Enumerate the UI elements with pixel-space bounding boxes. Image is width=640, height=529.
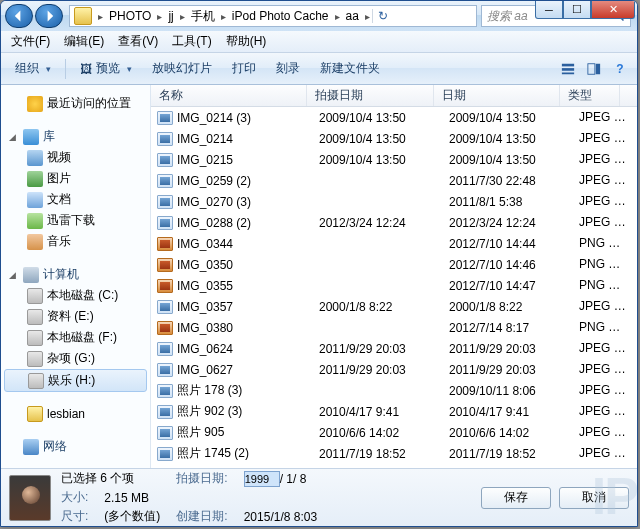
file-list[interactable]: IMG_0214 (3)2009/10/4 13:502009/10/4 13:… (151, 107, 637, 468)
table-row[interactable]: IMG_03552012/7/10 14:47PNG 图像 (151, 275, 637, 296)
file-name: 照片 905 (177, 424, 224, 441)
preview-button[interactable]: 🖼预览 (72, 57, 140, 80)
lesbian-folder[interactable]: lesbian (1, 404, 150, 424)
table-row[interactable]: IMG_06242011/9/29 20:032011/9/29 20:03JP… (151, 338, 637, 359)
library-header[interactable]: ◢库 (1, 126, 150, 147)
table-row[interactable]: IMG_03502012/7/10 14:46PNG 图像 (151, 254, 637, 275)
table-row[interactable]: IMG_02152009/10/4 13:502009/10/4 13:50JP… (151, 149, 637, 170)
file-date: 2010/4/17 9:41 (441, 405, 571, 419)
view-mode-button[interactable] (557, 58, 579, 80)
burn-button[interactable]: 刻录 (268, 57, 308, 80)
table-row[interactable]: IMG_03802012/7/14 8:17PNG 图像 (151, 317, 637, 338)
table-row[interactable]: 照片 9052010/6/6 14:022010/6/6 14:02JPEG 图… (151, 422, 637, 443)
nav-item[interactable]: 娱乐 (H:) (4, 369, 147, 392)
menu-file[interactable]: 文件(F) (5, 31, 56, 52)
nav-item[interactable]: 杂项 (G:) (1, 348, 150, 369)
breadcrumb-segment[interactable]: iPod Photo Cache (228, 9, 333, 23)
file-type: JPEG 图像 (571, 214, 637, 231)
nav-item[interactable]: 图片 (1, 168, 150, 189)
breadcrumb-segment[interactable]: jj (164, 9, 177, 23)
file-name: IMG_0627 (177, 363, 233, 377)
help-icon[interactable]: ? (609, 58, 631, 80)
image-file-icon (157, 300, 173, 314)
save-button[interactable]: 保存 (481, 487, 551, 509)
navigation-pane[interactable]: 最近访问的位置 ◢库 视频图片文档迅雷下载音乐 ◢计算机 本地磁盘 (C:)资料… (1, 85, 151, 468)
image-file-icon (157, 111, 173, 125)
columns-header: 名称 拍摄日期 日期 类型 (151, 85, 637, 107)
table-row[interactable]: IMG_03572000/1/8 8:222000/1/8 8:22JPEG 图… (151, 296, 637, 317)
network-header[interactable]: 网络 (1, 436, 150, 457)
menu-edit[interactable]: 编辑(E) (58, 31, 110, 52)
breadcrumb-segment[interactable]: aa (342, 9, 363, 23)
file-name: IMG_0355 (177, 279, 233, 293)
print-button[interactable]: 打印 (224, 57, 264, 80)
file-name: IMG_0624 (177, 342, 233, 356)
column-type[interactable]: 类型 (560, 85, 620, 106)
file-date: 2011/7/30 22:48 (441, 174, 571, 188)
refresh-icon[interactable]: ↻ (372, 9, 394, 23)
nav-item[interactable]: 音乐 (1, 231, 150, 252)
file-name: IMG_0357 (177, 300, 233, 314)
menu-view[interactable]: 查看(V) (112, 31, 164, 52)
forward-button[interactable] (35, 4, 63, 28)
file-type: JPEG 图像 (571, 424, 637, 441)
titlebar: ─ ☐ ✕ ▸PHOTO▸jj▸手机▸iPod Photo Cache▸aa▸ … (1, 1, 637, 31)
table-row[interactable]: IMG_06272011/9/29 20:032011/9/29 20:03JP… (151, 359, 637, 380)
menu-help[interactable]: 帮助(H) (220, 31, 273, 52)
table-row[interactable]: IMG_0270 (3)2011/8/1 5:38JPEG 图像 (151, 191, 637, 212)
breadcrumb-segment[interactable]: 手机 (187, 8, 219, 25)
menu-tools[interactable]: 工具(T) (166, 31, 217, 52)
table-row[interactable]: IMG_0259 (2)2011/7/30 22:48JPEG 图像 (151, 170, 637, 191)
shotdate-year-input[interactable] (244, 471, 280, 487)
computer-header[interactable]: ◢计算机 (1, 264, 150, 285)
breadcrumb-segment[interactable]: PHOTO (105, 9, 155, 23)
preview-pane-button[interactable] (583, 58, 605, 80)
table-row[interactable]: IMG_0214 (3)2009/10/4 13:502009/10/4 13:… (151, 107, 637, 128)
image-file-icon (157, 342, 173, 356)
back-button[interactable] (5, 4, 33, 28)
nav-item[interactable]: 视频 (1, 147, 150, 168)
file-type: JPEG 图像 (571, 151, 637, 168)
image-file-icon (157, 321, 173, 335)
column-shotdate[interactable]: 拍摄日期 (307, 85, 434, 106)
nav-item[interactable]: 本地磁盘 (F:) (1, 327, 150, 348)
table-row[interactable]: 照片 902 (3)2010/4/17 9:412010/4/17 9:41JP… (151, 401, 637, 422)
shotdate-value[interactable]: / 1/ 8 (244, 471, 317, 487)
cancel-button[interactable]: 取消 (559, 487, 629, 509)
slideshow-button[interactable]: 放映幻灯片 (144, 57, 220, 80)
nav-icon (27, 234, 43, 250)
chevron-right-icon: ▸ (363, 11, 372, 22)
nav-item[interactable]: 文档 (1, 189, 150, 210)
file-type: JPEG 图像 (571, 445, 637, 462)
nav-icon (27, 171, 43, 187)
table-row[interactable]: 照片 1745 (2)2011/7/19 18:522011/7/19 18:5… (151, 443, 637, 464)
column-date[interactable]: 日期 (434, 85, 561, 106)
image-file-icon (157, 468, 173, 469)
file-type: JPEG 图像 (571, 109, 637, 126)
maximize-button[interactable]: ☐ (563, 1, 591, 19)
file-date: 2009/10/4 13:50 (441, 153, 571, 167)
file-date: 2010/6/6 14:02 (441, 426, 571, 440)
nav-item[interactable]: 迅雷下载 (1, 210, 150, 231)
minimize-button[interactable]: ─ (535, 1, 563, 19)
window-controls: ─ ☐ ✕ (535, 1, 635, 19)
breadcrumb[interactable]: ▸PHOTO▸jj▸手机▸iPod Photo Cache▸aa▸ ↻ (69, 5, 477, 27)
file-date: 2011/7/19 18:52 (441, 447, 571, 461)
file-name: IMG_0270 (3) (177, 195, 251, 209)
recent-places[interactable]: 最近访问的位置 (1, 93, 150, 114)
table-row[interactable]: IMG_03442012/7/10 14:44PNG 图像 (151, 233, 637, 254)
nav-item[interactable]: 本地磁盘 (C:) (1, 285, 150, 306)
table-row[interactable]: IMG_0288 (2)2012/3/24 12:242012/3/24 12:… (151, 212, 637, 233)
nav-item[interactable]: 资料 (E:) (1, 306, 150, 327)
newfolder-button[interactable]: 新建文件夹 (312, 57, 388, 80)
nav-icon (27, 150, 43, 166)
network-icon (23, 439, 39, 455)
column-name[interactable]: 名称 (151, 85, 307, 106)
table-row[interactable]: IMG_02142009/10/4 13:502009/10/4 13:50JP… (151, 128, 637, 149)
computer-icon (23, 267, 39, 283)
folder-icon (27, 406, 43, 422)
table-row[interactable]: 照片 178 (3)2009/10/11 8:06JPEG 图像 (151, 380, 637, 401)
organize-button[interactable]: 组织 (7, 57, 59, 80)
close-button[interactable]: ✕ (591, 1, 635, 19)
drive-icon (27, 330, 43, 346)
